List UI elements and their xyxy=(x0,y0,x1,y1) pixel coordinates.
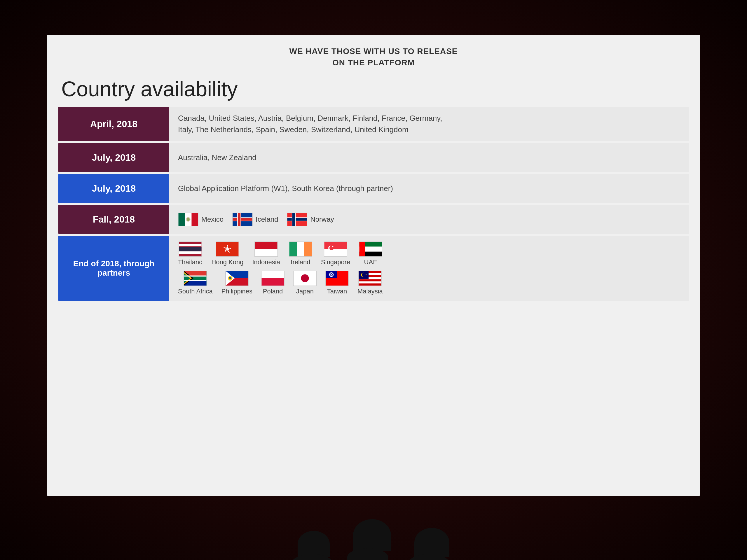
label-end2018: End of 2018, through partners xyxy=(58,236,169,301)
flag-poland-label: Poland xyxy=(263,288,283,295)
flag-card-singapore: Singapore xyxy=(321,241,350,266)
label-april2018-text: April, 2018 xyxy=(90,119,137,130)
flag-iceland-label: Iceland xyxy=(256,215,278,223)
label-fall2018-text: Fall, 2018 xyxy=(93,214,135,225)
flag-card-japan: Japan xyxy=(293,271,317,295)
flag-malaysia-label: Malaysia xyxy=(357,288,383,295)
audience xyxy=(0,502,747,560)
flag-card-malaysia: Malaysia xyxy=(357,271,383,295)
svg-rect-9 xyxy=(238,213,241,226)
flag-norway-label: Norway xyxy=(310,215,334,223)
row-end2018: End of 2018, through partners xyxy=(58,236,689,301)
flag-taiwan-label: Taiwan xyxy=(327,288,347,295)
svg-rect-61 xyxy=(359,284,381,286)
flag-card-philippines: Philippines xyxy=(222,271,252,295)
content-fall2018: Mexico Iceland xyxy=(169,205,689,234)
label-end2018-text: End of 2018, through partners xyxy=(64,259,163,278)
svg-rect-2 xyxy=(191,213,198,226)
content-april2018: Canada, United States, Austria, Belgium,… xyxy=(169,107,689,141)
flag-item-mexico: Mexico xyxy=(178,213,224,226)
content-april2018-text: Canada, United States, Austria, Belgium,… xyxy=(178,113,442,135)
stage: WE HAVE THOSE WITH US TO RELEASE ON THE … xyxy=(0,0,747,560)
row-fall2018: Fall, 2018 xyxy=(58,205,689,234)
flag-card-poland: Poland xyxy=(261,271,284,295)
flag-ireland-label: Ireland xyxy=(291,259,310,266)
flag-philippines-label: Philippines xyxy=(222,288,252,295)
silhouette-3 xyxy=(414,528,449,557)
flag-card-uae: UAE xyxy=(359,241,382,266)
table-container: April, 2018 Canada, United States, Austr… xyxy=(47,107,700,496)
svg-rect-49 xyxy=(262,278,284,286)
content-july2018-1-text: Australia, New Zealand xyxy=(178,152,257,163)
flag-singapore-label: Singapore xyxy=(321,259,350,266)
slide-header-text: WE HAVE THOSE WITH US TO RELEASE ON THE … xyxy=(53,46,694,68)
svg-rect-24 xyxy=(289,242,297,257)
svg-rect-0 xyxy=(179,213,185,226)
svg-point-20 xyxy=(224,245,231,253)
svg-rect-18 xyxy=(179,251,202,254)
flag-card-ireland: Ireland xyxy=(289,241,312,266)
flag-card-thailand: Thailand xyxy=(178,241,203,266)
svg-rect-26 xyxy=(325,242,347,249)
flag-uae-label: UAE xyxy=(364,259,377,266)
flag-card-hongkong: Hong Kong xyxy=(211,241,243,266)
svg-rect-48 xyxy=(262,271,284,278)
silhouette-1 xyxy=(298,531,330,557)
label-july2018-2-text: July, 2018 xyxy=(92,183,136,194)
svg-rect-34 xyxy=(360,242,365,257)
svg-point-64 xyxy=(362,273,366,277)
slide-container: WE HAVE THOSE WITH US TO RELEASE ON THE … xyxy=(47,35,700,496)
content-july2018-2: Global Application Platform (W1), South … xyxy=(169,174,689,203)
svg-rect-27 xyxy=(325,249,347,257)
slide-title: Country availability xyxy=(47,74,700,107)
flag-card-taiwan: Taiwan xyxy=(325,271,349,295)
svg-point-51 xyxy=(301,274,309,282)
flags-end2018: Thailand xyxy=(178,241,383,295)
svg-rect-25 xyxy=(304,242,312,257)
svg-rect-16 xyxy=(179,244,202,246)
flags-end2018-row2: South Africa xyxy=(178,271,383,295)
svg-rect-14 xyxy=(292,213,295,226)
flag-japan-label: Japan xyxy=(296,288,314,295)
flag-card-indonesia: Indonesia xyxy=(252,241,280,266)
svg-rect-60 xyxy=(359,279,381,282)
flag-hongkong-label: Hong Kong xyxy=(211,259,243,266)
flag-mexico xyxy=(178,213,199,226)
flags-fall2018: Mexico Iceland xyxy=(178,213,334,226)
content-july2018-2-text: Global Application Platform (W1), South … xyxy=(178,183,393,194)
svg-rect-17 xyxy=(179,247,202,251)
flag-item-iceland: Iceland xyxy=(232,213,278,226)
row-july2018-2: July, 2018 Global Application Platform (… xyxy=(58,174,689,203)
svg-rect-7 xyxy=(233,218,252,221)
svg-point-4 xyxy=(187,218,190,221)
flag-card-southafrica: South Africa xyxy=(178,271,213,295)
row-july2018-1: July, 2018 Australia, New Zealand xyxy=(58,143,689,172)
flags-end2018-row1: Thailand xyxy=(178,241,383,266)
row-april2018: April, 2018 Canada, United States, Austr… xyxy=(58,107,689,141)
label-july2018-1: July, 2018 xyxy=(58,143,169,172)
flag-indonesia-label: Indonesia xyxy=(252,259,280,266)
silhouette-2 xyxy=(353,519,391,551)
flag-mexico-label: Mexico xyxy=(201,215,224,223)
svg-rect-12 xyxy=(287,218,307,221)
label-july2018-1-text: July, 2018 xyxy=(92,152,136,163)
content-july2018-1: Australia, New Zealand xyxy=(169,143,689,172)
flag-thailand-label: Thailand xyxy=(178,259,203,266)
label-july2018-2: July, 2018 xyxy=(58,174,169,203)
svg-rect-22 xyxy=(255,249,278,257)
svg-rect-21 xyxy=(255,242,278,249)
content-end2018: Thailand xyxy=(169,236,689,301)
flag-iceland xyxy=(232,213,253,226)
slide-header: WE HAVE THOSE WITH US TO RELEASE ON THE … xyxy=(47,35,700,74)
flag-item-norway: Norway xyxy=(287,213,334,226)
label-fall2018: Fall, 2018 xyxy=(58,205,169,234)
flag-norway xyxy=(287,213,307,226)
flag-southafrica-label: South Africa xyxy=(178,288,213,295)
label-april2018: April, 2018 xyxy=(58,107,169,141)
